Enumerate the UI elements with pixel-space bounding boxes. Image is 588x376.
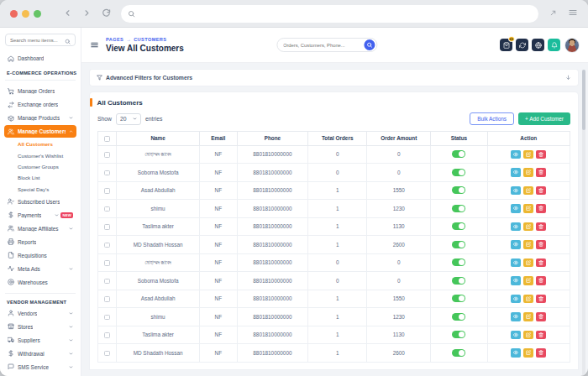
edit-button[interactable] xyxy=(523,348,533,358)
row-checkbox[interactable] xyxy=(104,332,110,338)
row-checkbox[interactable] xyxy=(104,315,110,321)
sidebar-item-subscribed-users[interactable]: Subscribed Users xyxy=(4,196,76,208)
status-toggle[interactable] xyxy=(452,169,465,176)
status-toggle[interactable] xyxy=(452,295,465,302)
status-toggle[interactable] xyxy=(452,222,465,230)
row-checkbox[interactable] xyxy=(104,170,110,176)
edit-button[interactable] xyxy=(523,204,533,213)
status-toggle[interactable] xyxy=(452,277,465,285)
row-checkbox[interactable] xyxy=(104,260,110,266)
view-button[interactable] xyxy=(511,331,521,340)
expand-icon[interactable] xyxy=(549,6,558,21)
globe-button[interactable] xyxy=(532,39,544,51)
view-button[interactable] xyxy=(511,348,521,358)
status-toggle[interactable] xyxy=(452,150,465,158)
breadcrumb-current[interactable]: CUSTOMERS xyxy=(134,37,166,42)
column-header-email[interactable]: Email xyxy=(199,132,237,146)
row-checkbox[interactable] xyxy=(104,224,110,230)
sidebar-item-reports[interactable]: Reports xyxy=(4,236,76,248)
sidebar-item-sms-service[interactable]: SMS Service xyxy=(4,361,76,373)
status-toggle[interactable] xyxy=(452,258,465,266)
view-button[interactable] xyxy=(511,150,521,159)
view-button[interactable] xyxy=(511,240,521,249)
entries-select[interactable]: 20 xyxy=(116,113,141,125)
minimize-window-button[interactable] xyxy=(22,10,29,18)
row-checkbox[interactable] xyxy=(104,296,110,302)
column-header-name[interactable]: Name xyxy=(117,132,199,146)
sidebar-item-manage-affiliates[interactable]: Manage Affiliates xyxy=(4,222,76,235)
row-checkbox[interactable] xyxy=(104,243,110,248)
add-customer-button[interactable]: + Add Customer xyxy=(518,112,570,125)
sidebar-item-stores[interactable]: Stores xyxy=(4,321,76,333)
delete-button[interactable] xyxy=(536,204,546,213)
delete-button[interactable] xyxy=(536,222,546,232)
row-checkbox[interactable] xyxy=(104,188,110,194)
status-toggle[interactable] xyxy=(452,349,465,357)
sidebar-search-input[interactable] xyxy=(10,38,65,43)
sidebar-item-suppliers[interactable]: Suppliers xyxy=(4,334,76,347)
global-search[interactable] xyxy=(276,38,377,52)
sidebar-item-manage-orders[interactable]: Manage Orders xyxy=(4,85,76,97)
edit-button[interactable] xyxy=(523,222,533,232)
content-menu-icon[interactable] xyxy=(90,38,99,53)
sidebar-item-meta-ads[interactable]: Meta Ads xyxy=(4,263,76,275)
edit-button[interactable] xyxy=(523,240,533,249)
delete-button[interactable] xyxy=(536,348,546,358)
breadcrumb-root[interactable]: PAGES xyxy=(106,37,123,42)
edit-button[interactable] xyxy=(523,258,533,268)
delete-button[interactable] xyxy=(536,312,546,321)
edit-button[interactable] xyxy=(523,150,533,159)
view-button[interactable] xyxy=(511,295,521,304)
view-button[interactable] xyxy=(511,186,521,196)
sync-button[interactable] xyxy=(516,39,528,51)
bell-button[interactable] xyxy=(548,39,560,51)
delete-button[interactable] xyxy=(536,258,546,268)
edit-button[interactable] xyxy=(523,312,533,321)
status-toggle[interactable] xyxy=(452,241,465,248)
delete-button[interactable] xyxy=(536,150,546,159)
bulk-actions-button[interactable]: Bulk Actions xyxy=(470,112,514,125)
view-button[interactable] xyxy=(511,258,521,268)
edit-button[interactable] xyxy=(523,295,533,304)
arrow-down-icon[interactable] xyxy=(565,75,571,81)
view-button[interactable] xyxy=(511,312,521,321)
select-all-checkbox[interactable] xyxy=(104,136,110,142)
edit-button[interactable] xyxy=(523,168,533,177)
status-toggle[interactable] xyxy=(452,205,465,212)
sidebar-subitem-block-list[interactable]: Block List xyxy=(4,172,76,183)
sidebar-search[interactable] xyxy=(5,34,76,46)
menu-icon[interactable] xyxy=(568,6,578,21)
bag-button[interactable]: 69 xyxy=(500,39,512,51)
delete-button[interactable] xyxy=(536,331,546,340)
column-header-total-orders[interactable]: Total Orders xyxy=(308,132,367,146)
refresh-icon[interactable] xyxy=(102,6,111,21)
column-header-phone[interactable]: Phone xyxy=(237,132,307,146)
row-checkbox[interactable] xyxy=(104,279,110,285)
global-search-input[interactable] xyxy=(283,43,364,48)
scrollbar-thumb[interactable] xyxy=(582,70,585,130)
sidebar-item-warehouses[interactable]: Warehouses xyxy=(4,276,76,289)
sidebar-subitem-customer-s-wishlist[interactable]: Customer's Wishlist xyxy=(4,149,76,160)
sidebar-item-exchange-orders[interactable]: Exchange orders xyxy=(4,98,76,111)
delete-button[interactable] xyxy=(536,240,546,249)
sidebar-subitem-special-day-s[interactable]: Special Day's xyxy=(4,184,76,195)
sidebar-subitem-customer-groups[interactable]: Customer Groups xyxy=(4,161,76,172)
sidebar-item-requisitions[interactable]: Requisitions xyxy=(4,249,76,262)
column-header-action[interactable]: Action xyxy=(487,132,570,146)
status-toggle[interactable] xyxy=(452,331,465,338)
avatar[interactable] xyxy=(564,38,580,53)
view-button[interactable] xyxy=(511,276,521,285)
url-bar[interactable] xyxy=(121,5,538,23)
close-window-button[interactable] xyxy=(10,10,18,18)
view-button[interactable] xyxy=(511,222,521,232)
column-header-status[interactable]: Status xyxy=(431,132,487,146)
status-toggle[interactable] xyxy=(452,313,465,321)
view-button[interactable] xyxy=(511,204,521,213)
view-button[interactable] xyxy=(511,168,521,177)
sidebar-item-withdrawal[interactable]: Withdrawal xyxy=(4,347,76,360)
sidebar-item-payments[interactable]: PaymentsNEW xyxy=(4,209,76,222)
delete-button[interactable] xyxy=(536,276,546,285)
edit-button[interactable] xyxy=(523,186,533,196)
maximize-window-button[interactable] xyxy=(34,10,41,18)
sidebar-item-manage-products[interactable]: Manage Products xyxy=(4,112,76,124)
